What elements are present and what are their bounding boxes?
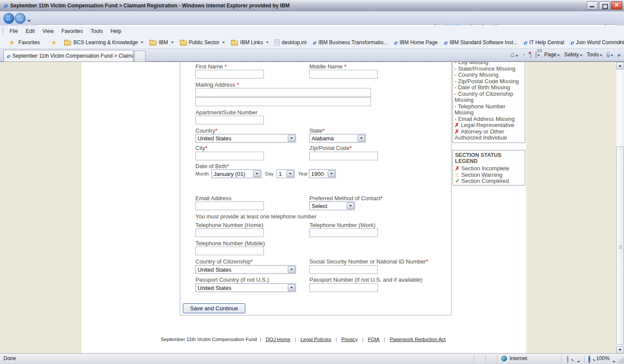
toolbar-grip: [2, 28, 3, 35]
missing-item: - Telephone Number Missing: [455, 104, 523, 116]
favorites-folder-ibm-links[interactable]: IBM Links: [228, 38, 272, 47]
ssn-input[interactable]: [309, 265, 378, 274]
scrollbar-thumb[interactable]: [616, 146, 624, 345]
footer-link-paperwork-reduction[interactable]: Paperwork Reduction Act: [390, 337, 445, 342]
ssn-label: Social Security Number or National ID Nu…: [309, 258, 428, 265]
footer-link-foia[interactable]: FOIA: [368, 337, 380, 342]
menu-file[interactable]: File: [6, 27, 22, 36]
footer-link-legal-policies[interactable]: Legal Policies: [300, 337, 331, 342]
phone-home-input[interactable]: [195, 228, 264, 237]
forward-button[interactable]: →: [15, 13, 26, 24]
email-input[interactable]: [195, 202, 264, 210]
passport-country-select[interactable]: United States: [195, 283, 296, 292]
protected-mode-dropdown-icon[interactable]: [576, 358, 580, 364]
favorite-ibm-standard-software[interactable]: eIBM Standard Software Inst...: [441, 38, 520, 48]
back-button[interactable]: ←: [3, 13, 14, 24]
vertical-scrollbar[interactable]: [616, 62, 624, 353]
citizenship-select[interactable]: United States: [195, 265, 296, 274]
dob-month-label: Month: [195, 171, 209, 176]
country-select[interactable]: United States: [195, 134, 296, 143]
ie-page-icon: e: [6, 53, 10, 59]
add-favorite-star-icon: ★: [51, 39, 57, 46]
favorite-it-help-central[interactable]: eIT Help Central: [520, 38, 567, 48]
folder-icon: [180, 41, 187, 46]
zoom-level[interactable]: 100%: [596, 355, 610, 361]
state-select[interactable]: Alabama: [309, 134, 366, 143]
section-status-panel: - City Missing - State/Province Missing …: [452, 62, 525, 143]
zip-input[interactable]: [309, 152, 378, 160]
favorites-folder-ibm[interactable]: IBM: [146, 38, 176, 47]
middle-name-input[interactable]: [309, 70, 378, 78]
email-label: Email Address: [195, 195, 231, 202]
zoom-dropdown-icon[interactable]: [612, 358, 615, 364]
feeds-button[interactable]: [523, 52, 526, 58]
close-button[interactable]: [611, 1, 622, 10]
favorites-folder-bcs[interactable]: BCS Learning & Knowledge: [61, 38, 146, 47]
menu-favorites[interactable]: Favorites: [58, 27, 87, 36]
protected-mode-icon[interactable]: [567, 356, 569, 362]
footer-link-privacy[interactable]: Privacy: [341, 337, 358, 342]
add-favorite-button[interactable]: ★: [46, 37, 62, 48]
tab-claimant-registration[interactable]: e September 11th Victim Compensation Fun…: [3, 50, 133, 62]
footer-brand: September 11th Victim Compensation Fund: [161, 337, 257, 342]
mailing-address-input-2[interactable]: [195, 97, 371, 106]
minimize-button[interactable]: [587, 1, 598, 10]
title-bar: e September 11th Victim Compensation Fun…: [0, 0, 624, 11]
chevron-down-icon: [600, 55, 602, 56]
restore-button[interactable]: [599, 1, 610, 10]
favorites-button[interactable]: ★Favorites: [4, 37, 43, 48]
x-icon: ✗: [455, 122, 459, 128]
safety-menu-button[interactable]: Safety: [564, 52, 582, 58]
dob-day-select[interactable]: 1: [276, 169, 295, 178]
favorite-world-community-grid[interactable]: eJoin World Community Grid: [567, 38, 624, 48]
apartment-input[interactable]: [195, 116, 264, 124]
printer-icon: [536, 51, 536, 58]
tab-title: September 11th Victim Compensation Fund …: [12, 53, 133, 59]
first-name-input[interactable]: [195, 70, 264, 78]
tools-menu-button[interactable]: Tools: [587, 52, 602, 58]
passport-number-label: Passport Number (if not U.S. and if avai…: [309, 276, 422, 283]
page-menu-button[interactable]: Page: [544, 52, 560, 58]
dob-year-label: Year: [298, 171, 308, 176]
mailing-address-input-1[interactable]: [195, 88, 371, 97]
new-tab-button[interactable]: [134, 51, 146, 62]
favorite-ibm-business-transformation[interactable]: eIBM Business Transformatio...: [309, 38, 390, 48]
state-label: State*: [309, 127, 325, 134]
help-button[interactable]: ?: [607, 51, 613, 58]
chevron-down-icon: [557, 55, 560, 56]
favorites-folder-public-sector[interactable]: Public Sector: [177, 38, 228, 47]
print-button[interactable]: [536, 52, 540, 58]
read-mail-button[interactable]: [530, 52, 531, 58]
claimant-registration-form: First Name * Middle Name * Mailing Addre…: [180, 62, 452, 315]
legend-title: SECTION STATUS LEGEND: [455, 152, 523, 164]
phone-home-label: Telephone Number (Home): [195, 222, 263, 228]
dob-year-select[interactable]: 1900: [309, 169, 336, 178]
missing-item: - Country of Citizenship Missing: [455, 91, 523, 104]
scroll-down-button[interactable]: [616, 346, 624, 353]
dob-month-select[interactable]: January (01): [211, 169, 261, 178]
scroll-up-button[interactable]: [616, 62, 624, 69]
favorites-overflow-chevron[interactable]: »: [618, 38, 621, 45]
city-input[interactable]: [195, 152, 264, 160]
menu-help[interactable]: Help: [107, 27, 125, 36]
save-and-continue-button[interactable]: Save and Continue: [183, 303, 245, 313]
chevron-down-icon: [358, 135, 365, 142]
favorite-ibm-home-page[interactable]: eIBM Home Page: [391, 38, 441, 48]
home-button[interactable]: ⌂: [510, 51, 518, 58]
phone-work-input[interactable]: [309, 228, 378, 237]
favorite-desktop-ini[interactable]: desktop.ini: [272, 38, 309, 47]
footer-link-doj-home[interactable]: DOJ Home: [266, 337, 290, 342]
contact-method-select[interactable]: Select: [309, 202, 355, 210]
recent-pages-dropdown-icon[interactable]: [27, 17, 31, 23]
menu-edit[interactable]: Edit: [22, 27, 39, 36]
passport-number-input[interactable]: [309, 283, 378, 292]
command-overflow-chevron[interactable]: »: [618, 52, 621, 58]
resize-grip[interactable]: [618, 358, 624, 364]
menu-view[interactable]: View: [39, 27, 58, 36]
window-title: September 11th Victim Compensation Fund …: [10, 3, 290, 9]
chevron-down-icon: [171, 42, 174, 43]
missing-item: - State/Province Missing: [455, 66, 523, 72]
contact-method-label: Preferred Method of Contact*: [309, 195, 383, 202]
menu-tools[interactable]: Tools: [87, 27, 107, 36]
phone-mobile-input[interactable]: [195, 247, 264, 255]
